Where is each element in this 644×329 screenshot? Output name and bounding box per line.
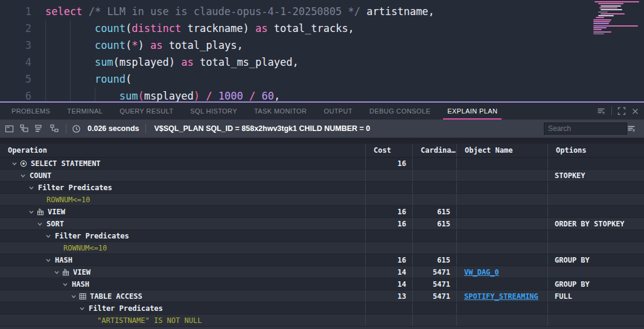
plan-row[interactable]: VIEW145471VW_DAG_0: [0, 266, 644, 278]
predicate-text: ROWNUM<=10: [46, 196, 90, 204]
tab-label: OUTPUT: [324, 107, 352, 115]
object-name-cell: [456, 302, 547, 314]
chevron-down-icon[interactable]: [44, 232, 53, 240]
column-header[interactable]: Cardina…: [412, 144, 456, 157]
chevron-down-icon[interactable]: [78, 304, 86, 313]
cardinality-cell: [412, 170, 456, 181]
clear-panel-icon[interactable]: [596, 106, 606, 116]
tab-query-result[interactable]: QUERY RESULT: [114, 103, 179, 120]
tab-problems[interactable]: PROBLEMS: [6, 103, 56, 120]
plan-row[interactable]: HASH16615GROUP BY: [0, 254, 644, 266]
code-line[interactable]: 4 sum(msplayed) as total_ms_played,: [0, 54, 644, 71]
line-number: 6: [0, 88, 31, 101]
view-icon: [36, 208, 45, 216]
code-editor[interactable]: 1select /* LLM in use is claude-opus-4-1…: [0, 0, 644, 101]
code-text: round(: [31, 71, 132, 88]
plan-row[interactable]: TABLE ACCESS135471SPOTIFY_STREAMINGFULL: [0, 290, 644, 302]
options-cell: [547, 266, 644, 278]
object-name-cell: [456, 158, 547, 169]
chevron-down-icon[interactable]: [53, 268, 61, 276]
code-line[interactable]: 2 count(distinct trackname) as total_tra…: [0, 20, 644, 37]
object-name-link[interactable]: VW_DAG_0: [464, 268, 499, 276]
operation-label: Filter Predicates: [55, 232, 129, 240]
view-icon: [61, 268, 71, 276]
predicate-text: ROWNUM<=10: [63, 244, 107, 252]
code-line[interactable]: 3 count(*) as total_plays,: [0, 37, 644, 54]
panel-actions: [596, 103, 639, 120]
tab-label: TASK MONITOR: [254, 107, 307, 115]
object-name-cell: [456, 254, 547, 266]
object-name-cell: [456, 218, 547, 229]
chevron-down-icon[interactable]: [27, 208, 36, 216]
diagram-view-icon[interactable]: [19, 124, 29, 133]
object-name-cell: [456, 194, 547, 205]
options-cell: GROUP BY: [547, 278, 644, 290]
tab-sql-history[interactable]: SQL HISTORY: [185, 103, 243, 120]
plan-row[interactable]: SELECT STATEMENT16: [0, 158, 644, 170]
app-window: 1select /* LLM in use is claude-opus-4-1…: [0, 0, 644, 329]
cost-cell: 16: [365, 206, 412, 217]
plan-title: V$SQL_PLAN SQL_ID = 858x2hwv3tgk1 CHILD …: [154, 124, 370, 133]
object-name-cell: [456, 182, 547, 193]
plan-row[interactable]: ROWNUM<=10: [0, 194, 644, 206]
code-text: count(distinct trackname) as total_track…: [31, 20, 354, 37]
object-name-link[interactable]: SPOTIFY_STREAMING: [464, 292, 538, 301]
plan-view-icon[interactable]: [5, 124, 14, 133]
tab-label: DEBUG CONSOLE: [369, 107, 430, 115]
tab-explain-plan[interactable]: EXPLAIN PLAN: [442, 103, 503, 120]
operation-cell: SORT: [0, 218, 365, 229]
tab-terminal[interactable]: TERMINAL: [62, 103, 108, 120]
column-header[interactable]: Object Name: [456, 144, 547, 157]
cardinality-cell: [412, 315, 456, 326]
plan-row[interactable]: Filter Predicates: [0, 302, 644, 315]
object-name-cell: [456, 315, 547, 326]
tab-label: PROBLEMS: [11, 107, 50, 115]
plan-row[interactable]: COUNTSTOPKEY: [0, 170, 644, 182]
minimap-bar: [593, 23, 609, 24]
code-line[interactable]: 1select /* LLM in use is claude-opus-4-1…: [0, 3, 644, 20]
operation-label: Filter Predicates: [38, 184, 112, 192]
operation-cell: Filter Predicates: [0, 182, 365, 193]
column-header[interactable]: Options: [547, 144, 644, 157]
chevron-down-icon[interactable]: [27, 184, 36, 192]
search-wrap: [544, 123, 627, 135]
target-icon: [19, 159, 28, 168]
chevron-down-icon[interactable]: [44, 256, 53, 264]
clear-filter-icon[interactable]: [626, 124, 636, 133]
plan-row[interactable]: Filter Predicates: [0, 182, 644, 194]
close-panel-icon[interactable]: [631, 107, 639, 115]
minimap-bar: [599, 7, 617, 8]
options-cell: STOPKEY: [547, 170, 644, 181]
chevron-down-icon[interactable]: [10, 159, 19, 168]
minimap[interactable]: [593, 1, 642, 36]
plan-row[interactable]: SORT16615ORDER BY STOPKEY: [0, 218, 644, 230]
object-name-cell: SPOTIFY_STREAMING: [456, 290, 547, 302]
chevron-down-icon[interactable]: [19, 171, 27, 180]
object-name-cell: VW_DAG_0: [456, 266, 547, 278]
search-input[interactable]: [544, 123, 627, 135]
tab-debug-console[interactable]: DEBUG CONSOLE: [364, 103, 436, 120]
outline-view-icon[interactable]: [34, 124, 44, 133]
plan-row[interactable]: HASH145471GROUP BY: [0, 278, 644, 290]
tab-label: QUERY RESULT: [120, 107, 173, 115]
tab-output[interactable]: OUTPUT: [318, 103, 358, 120]
plan-row[interactable]: "ARTISTNAME" IS NOT NULL: [0, 315, 644, 327]
options-cell: [547, 206, 644, 217]
column-header[interactable]: Cost: [365, 144, 412, 157]
plan-row[interactable]: Filter Predicates: [0, 230, 644, 242]
tree-view-icon[interactable]: [49, 124, 59, 133]
chevron-down-icon[interactable]: [61, 280, 69, 289]
code-line[interactable]: 6 sum(msplayed) / 1000 / 60,: [0, 88, 644, 101]
operation-cell: SELECT STATEMENT: [0, 158, 365, 169]
plan-row[interactable]: ROWNUM<=10: [0, 242, 644, 254]
chevron-down-icon[interactable]: [36, 220, 44, 228]
plan-row[interactable]: VIEW16615: [0, 206, 644, 218]
maximize-panel-icon[interactable]: [617, 107, 626, 115]
operation-cell: COUNT: [0, 170, 365, 181]
tab-task-monitor[interactable]: TASK MONITOR: [249, 103, 313, 120]
code-line[interactable]: 5 round(: [0, 71, 644, 88]
column-header[interactable]: Operation: [0, 144, 365, 157]
cardinality-cell: 615: [412, 254, 456, 266]
chevron-down-icon[interactable]: [69, 292, 78, 301]
line-number: 3: [0, 37, 31, 54]
